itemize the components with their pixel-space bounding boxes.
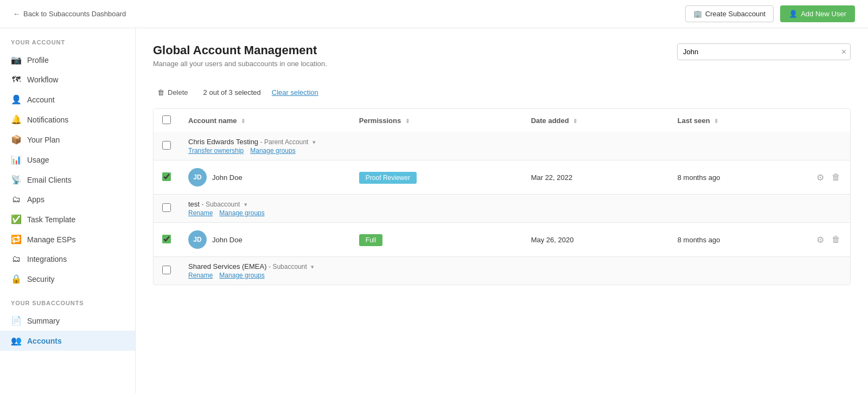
table-row: JD John Doe Full May 26, 2020 8 months a…	[154, 223, 850, 257]
sidebar-item-workflow[interactable]: 🗺 Workflow	[0, 70, 135, 89]
col-permissions: Permissions ⇕	[350, 109, 522, 132]
last-seen-value: 8 months ago	[678, 236, 720, 244]
sidebar-label-email-clients: Email Clients	[27, 176, 72, 184]
group-name: Shared Services (EMEA) - Subaccount ▾	[188, 262, 841, 270]
sort-last-seen-icon[interactable]: ⇕	[714, 118, 718, 124]
group-checkbox-2[interactable]	[162, 266, 171, 274]
delete-button[interactable]: 🗑 Delete	[153, 86, 193, 99]
group-link[interactable]: Rename	[188, 209, 213, 217]
sort-permissions-icon[interactable]: ⇕	[405, 118, 410, 124]
sidebar-icon-security: 🔒	[11, 274, 22, 284]
chevron-down-icon[interactable]: ▾	[244, 201, 247, 208]
user-permission-cell: Proof Reviewer	[350, 160, 522, 195]
trash-icon: 🗑	[157, 88, 164, 96]
user-name-cell: JD John Doe	[180, 223, 350, 257]
user-permission-cell: Full	[350, 223, 522, 257]
accounts-table: Account name ⇕ Permissions ⇕ Date added …	[153, 108, 851, 285]
layout: Your Account 📷 Profile 🗺 Workflow 👤 Acco…	[0, 28, 868, 393]
table-row: test - Subaccount ▾ RenameManage groups	[154, 195, 850, 223]
sidebar-icon-accounts: 👥	[11, 336, 22, 346]
sidebar-item-manage-esps[interactable]: 🔁 Manage ESPs	[0, 229, 135, 249]
page-header: Global Account Management Manage all you…	[153, 43, 851, 68]
sidebar-icon-apps: 🗂	[11, 195, 22, 204]
delete-row-button[interactable]: 🗑	[831, 171, 841, 183]
sidebar-icon-account: 👤	[11, 94, 22, 105]
user-date-added-cell: May 26, 2020	[522, 223, 669, 257]
sort-account-name-icon[interactable]: ⇕	[241, 118, 245, 124]
user-actions-cell: ⚙ 🗑	[807, 223, 850, 257]
sidebar-icon-notifications: 🔔	[11, 114, 22, 125]
sidebar-item-integrations[interactable]: 🗂 Integrations	[0, 249, 135, 269]
group-link[interactable]: Rename	[188, 272, 213, 279]
group-checkbox-1[interactable]	[162, 203, 171, 212]
sidebar-item-security[interactable]: 🔒 Security	[0, 269, 135, 289]
sidebar-item-account[interactable]: 👤 Account	[0, 89, 135, 109]
page-subtitle: Manage all your users and subaccounts in…	[153, 60, 327, 68]
search-clear-button[interactable]: ×	[841, 48, 846, 56]
chevron-down-icon[interactable]: ▾	[311, 263, 314, 270]
back-link[interactable]: ← Back to Subaccounts Dashboard	[13, 10, 126, 18]
sidebar-item-accounts[interactable]: 👥 Accounts	[0, 331, 135, 351]
sidebar-icon-summary: 📄	[11, 315, 22, 326]
group-link[interactable]: Manage groups	[219, 209, 264, 217]
sidebar-icon-usage: 📊	[11, 154, 22, 165]
sidebar-icon-integrations: 🗂	[11, 254, 22, 264]
back-arrow-icon: ←	[13, 10, 20, 18]
sidebar-icon-profile: 📷	[11, 55, 22, 65]
user-name-cell: JD John Doe	[180, 160, 350, 195]
col-last-seen-label: Last seen	[678, 117, 710, 125]
group-type: - Subaccount	[269, 263, 307, 270]
topbar: ← Back to Subaccounts Dashboard 🏢 Create…	[0, 0, 868, 28]
sidebar-icon-task-template: ✅	[11, 214, 22, 224]
sidebar-label-security: Security	[27, 275, 55, 284]
group-link[interactable]: Manage groups	[219, 272, 264, 279]
sidebar-label-account: Account	[27, 95, 55, 104]
group-link[interactable]: Manage groups	[250, 147, 295, 154]
settings-button[interactable]: ⚙	[815, 171, 825, 184]
col-last-seen: Last seen ⇕	[669, 109, 807, 132]
sidebar-label-summary: Summary	[27, 317, 60, 325]
group-info-cell: test - Subaccount ▾ RenameManage groups	[180, 195, 850, 223]
sidebar-item-usage[interactable]: 📊 Usage	[0, 150, 135, 170]
chevron-down-icon[interactable]: ▾	[312, 139, 316, 145]
sort-date-added-icon[interactable]: ⇕	[573, 118, 577, 124]
user-checkbox-0-0[interactable]	[162, 172, 171, 181]
sidebar: Your Account 📷 Profile 🗺 Workflow 👤 Acco…	[0, 28, 136, 393]
col-account-name: Account name ⇕	[180, 109, 350, 132]
user-actions-cell: ⚙ 🗑	[807, 160, 850, 195]
user-last-seen-cell: 8 months ago	[669, 160, 807, 195]
sidebar-item-apps[interactable]: 🗂 Apps	[0, 190, 135, 209]
clear-selection-button[interactable]: Clear selection	[272, 88, 318, 96]
select-all-checkbox[interactable]	[162, 115, 171, 124]
sidebar-item-notifications[interactable]: 🔔 Notifications	[0, 109, 135, 130]
group-link[interactable]: Transfer ownership	[188, 147, 244, 154]
row-actions: ⚙ 🗑	[815, 234, 841, 246]
sidebar-item-summary[interactable]: 📄 Summary	[0, 311, 135, 331]
sidebar-label-integrations: Integrations	[27, 255, 67, 263]
user-cell: JD John Doe	[188, 230, 342, 249]
create-subaccount-button[interactable]: 🏢 Create Subaccount	[685, 5, 774, 22]
add-new-user-button[interactable]: 👤 Add New User	[780, 5, 855, 22]
sidebar-item-email-clients[interactable]: 📡 Email Clients	[0, 170, 135, 190]
sidebar-label-workflow: Workflow	[27, 75, 58, 84]
selection-count: 2 out of 3 selected	[203, 88, 261, 96]
selection-bar: 🗑 Delete 2 out of 3 selected Clear selec…	[153, 81, 851, 104]
sidebar-label-your-plan: Your Plan	[27, 136, 60, 144]
group-links: Transfer ownershipManage groups	[188, 147, 841, 154]
sidebar-label-usage: Usage	[27, 156, 49, 164]
settings-button[interactable]: ⚙	[815, 234, 825, 246]
delete-row-button[interactable]: 🗑	[831, 234, 841, 246]
user-last-seen-cell: 8 months ago	[669, 223, 807, 257]
user-checkbox-1-0[interactable]	[162, 235, 171, 243]
table-header-row: Account name ⇕ Permissions ⇕ Date added …	[154, 109, 850, 132]
avatar: JD	[188, 168, 207, 186]
group-checkbox-0[interactable]	[162, 141, 171, 150]
sidebar-icon-workflow: 🗺	[11, 75, 22, 85]
search-input[interactable]	[677, 43, 851, 60]
sidebar-item-your-plan[interactable]: 📦 Your Plan	[0, 130, 135, 150]
group-info-cell: Shared Services (EMEA) - Subaccount ▾ Re…	[180, 257, 850, 285]
sidebar-item-task-template[interactable]: ✅ Task Template	[0, 209, 135, 229]
sidebar-icon-your-plan: 📦	[11, 134, 22, 145]
main-content: Global Account Management Manage all you…	[136, 28, 868, 393]
sidebar-item-profile[interactable]: 📷 Profile	[0, 50, 135, 70]
